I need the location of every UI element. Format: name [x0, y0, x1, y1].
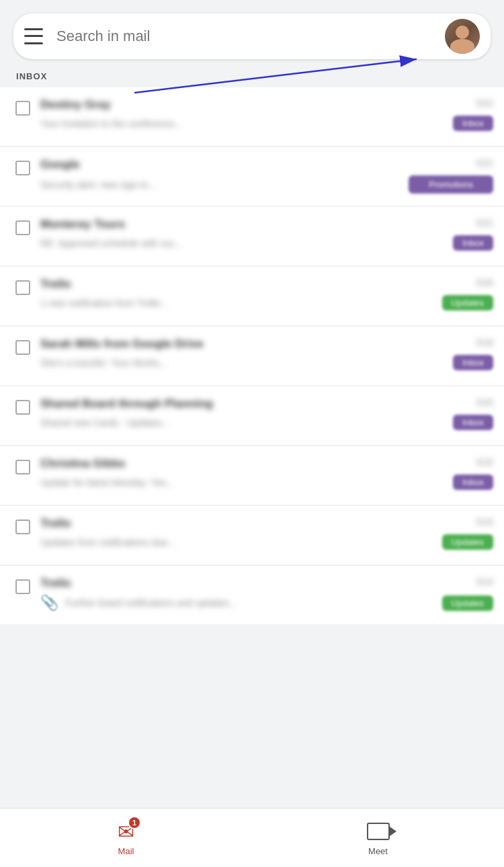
avatar-image: [445, 19, 480, 54]
email-tag: Inbox: [453, 116, 493, 131]
inbox-label: INBOX: [0, 59, 504, 87]
email-checkbox[interactable]: [15, 340, 30, 355]
email-item[interactable]: Trello 5/14 📎 Further board notification…: [0, 566, 504, 625]
email-content: Trello 5/20 1 new notification from Trel…: [40, 278, 493, 311]
sender-name: Christina Gibbs: [40, 457, 470, 470]
email-checkbox[interactable]: [15, 400, 30, 415]
email-checkbox[interactable]: [15, 161, 30, 175]
email-content: Shared Board through Planning 5/16 Share…: [40, 397, 493, 430]
checkbox-area[interactable]: [5, 517, 40, 534]
sender-name: Shared Board through Planning: [40, 397, 470, 411]
email-checkbox[interactable]: [15, 520, 30, 534]
email-tag: Inbox: [453, 355, 493, 370]
mail-icon-wrap: ✉ 1: [118, 820, 134, 843]
email-content: Trello 5/15 Updates from notifications d…: [40, 517, 493, 550]
email-preview: Update for latest Monday: Yes...: [40, 477, 446, 488]
email-date: 5/18: [476, 337, 493, 347]
mail-nav-label: Mail: [118, 846, 134, 856]
sender-name: Sarah Mills from Google Drive: [40, 337, 470, 351]
email-preview: Your invitation to the conference...: [40, 118, 446, 129]
email-preview: Updates from notifications due...: [40, 537, 435, 548]
email-item[interactable]: Destiny Gray 5/22 Your invitation to the…: [0, 87, 504, 147]
email-checkbox[interactable]: [15, 101, 30, 116]
checkbox-area[interactable]: [5, 337, 40, 355]
email-list: Destiny Gray 5/22 Your invitation to the…: [0, 87, 504, 690]
checkbox-area[interactable]: [5, 98, 40, 116]
checkbox-area[interactable]: [5, 278, 40, 295]
email-item[interactable]: Trello 5/15 Updates from notifications d…: [0, 506, 504, 565]
email-date: 5/14: [476, 577, 493, 587]
search-placeholder[interactable]: Search in mail: [56, 28, 445, 45]
attachment-icon: 📎: [40, 594, 58, 612]
sender-name: Trello: [40, 278, 470, 291]
email-preview: RE: Approved schedule with our...: [40, 238, 446, 249]
email-preview: Security alert: new sign-in...: [40, 179, 402, 190]
email-preview: Shared new Cards - Updates...: [40, 417, 446, 428]
email-content: Christina Gibbs 5/15 Update for latest M…: [40, 457, 493, 490]
mail-badge: 1: [128, 816, 141, 829]
email-item[interactable]: Shared Board through Planning 5/16 Share…: [0, 386, 504, 446]
sender-name: Destiny Gray: [40, 98, 470, 112]
email-tag: Updates: [442, 595, 493, 611]
email-date: 5/16: [476, 397, 493, 407]
avatar[interactable]: [445, 19, 480, 54]
email-tag: Inbox: [453, 415, 493, 430]
nav-item-meet[interactable]: Meet: [252, 819, 504, 856]
email-date: 5/15: [476, 457, 493, 467]
video-icon: [367, 823, 390, 840]
email-tag: Promotions: [409, 175, 493, 194]
email-tag: Updates: [442, 534, 493, 550]
email-checkbox[interactable]: [15, 280, 30, 295]
nav-item-mail[interactable]: ✉ 1 Mail: [0, 820, 252, 856]
email-item[interactable]: Google 5/21 Security alert: new sign-in.…: [0, 147, 504, 206]
email-date: 5/15: [476, 517, 493, 527]
checkbox-area[interactable]: [5, 218, 40, 235]
email-checkbox[interactable]: [15, 220, 30, 235]
email-checkbox[interactable]: [15, 460, 30, 474]
sender-name: Monterey Tours: [40, 218, 470, 231]
email-preview: 1 new notification from Trello...: [40, 298, 435, 308]
email-content: Trello 5/14 📎 Further board notification…: [40, 577, 493, 612]
sender-name: Trello: [40, 517, 470, 530]
email-item[interactable]: Monterey Tours 5/21 RE: Approved schedul…: [0, 207, 504, 266]
email-checkbox[interactable]: [15, 579, 30, 594]
checkbox-area[interactable]: [5, 457, 40, 474]
email-tag: Updates: [442, 295, 493, 311]
checkbox-area[interactable]: [5, 397, 40, 415]
email-date: 5/21: [476, 158, 493, 168]
hamburger-icon[interactable]: [24, 26, 46, 47]
email-item[interactable]: Christina Gibbs 5/15 Update for latest M…: [0, 446, 504, 505]
search-bar[interactable]: Search in mail: [13, 13, 491, 59]
email-tag: Inbox: [453, 235, 493, 251]
bottom-nav: ✉ 1 Mail Meet: [0, 808, 504, 867]
email-content: Monterey Tours 5/21 RE: Approved schedul…: [40, 218, 493, 251]
email-item[interactable]: Trello 5/20 1 new notification from Trel…: [0, 267, 504, 326]
checkbox-area[interactable]: [5, 158, 40, 175]
checkbox-area[interactable]: [5, 577, 40, 594]
email-content: Destiny Gray 5/22 Your invitation to the…: [40, 98, 493, 131]
sender-name: Google: [40, 158, 470, 171]
email-content: Sarah Mills from Google Drive 5/18 She's…: [40, 337, 493, 370]
email-preview: Further board notifications and updates.…: [65, 597, 435, 608]
meet-nav-label: Meet: [368, 846, 388, 856]
email-date: 5/21: [476, 218, 493, 228]
email-content: Google 5/21 Security alert: new sign-in.…: [40, 158, 493, 194]
email-tag: Inbox: [453, 474, 493, 490]
email-date: 5/20: [476, 278, 493, 288]
email-preview: She's a transfer: Your Works...: [40, 358, 446, 368]
email-item[interactable]: Sarah Mills from Google Drive 5/18 She's…: [0, 327, 504, 386]
sender-name: Trello: [40, 577, 470, 590]
email-date: 5/22: [476, 98, 493, 108]
